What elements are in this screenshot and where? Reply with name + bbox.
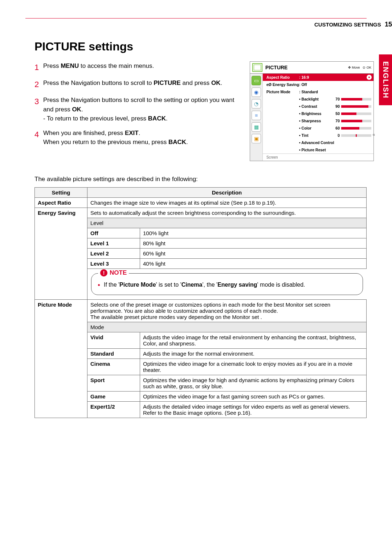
note-label: ! NOTE	[98, 269, 129, 276]
slider-bar	[341, 120, 371, 122]
step-2: 2 Press the Navigation buttons to scroll…	[34, 78, 242, 90]
step-text: When you are finished, press EXIT. When …	[43, 128, 242, 147]
osd-title: PICTURE	[265, 65, 348, 70]
tab-network-icon[interactable]: ▦	[252, 122, 261, 132]
osd-row-backlight[interactable]: • Backlight 70	[263, 95, 373, 103]
move-hint: Move	[348, 66, 360, 69]
th-description: Description	[87, 188, 367, 198]
osd-row-energy-saving[interactable]: eØ Energy Saving : Off	[263, 81, 373, 88]
osd-row-picture-reset[interactable]: • Picture Reset	[263, 146, 373, 153]
osd-row-tint[interactable]: • Tint 0	[263, 132, 373, 139]
osd-menu-list: Aspect Ratio : 16:9 eØ Energy Saving : O…	[263, 74, 373, 161]
step-number: 3	[34, 95, 43, 123]
language-tab: ENGLISH	[379, 54, 392, 105]
ok-hint: OK	[363, 66, 371, 69]
cell-desc: Sets to automatically adjust the screen …	[87, 208, 367, 218]
osd-title-row: PICTURE Move OK	[250, 62, 373, 74]
table-row: Picture Mode Selects one of the preset i…	[35, 300, 367, 322]
osd-hints: Move OK	[348, 66, 371, 69]
section-title: CUSTOMIZING SETTINGS	[314, 21, 381, 28]
cell-setting: Energy Saving	[35, 208, 87, 300]
slider-bar	[341, 98, 371, 101]
step-3: 3 Press the Navigation buttons to scroll…	[34, 95, 242, 123]
table-row: Aspect Ratio Changes the image size to v…	[35, 198, 367, 208]
cell-setting: Picture Mode	[35, 300, 87, 418]
osd-side-tabs: ▭ ◉ ◔ ≡ ▦ ▣	[250, 74, 263, 161]
table-intro: The available picture settings are descr…	[34, 176, 367, 183]
tab-picture-icon[interactable]: ▭	[252, 76, 261, 85]
note-text: If the 'Picture Mode' is set to 'Cinema'…	[104, 282, 357, 288]
th-setting: Setting	[35, 188, 87, 198]
cell-mode-hdr: Mode	[87, 322, 367, 332]
osd-row-aspect-ratio[interactable]: Aspect Ratio : 16:9	[263, 74, 373, 81]
slider-bar	[341, 127, 371, 130]
selected-indicator-icon	[367, 75, 371, 79]
step-4: 4 When you are finished, press EXIT. Whe…	[34, 128, 242, 147]
slider-bar	[341, 112, 371, 115]
settings-table: Setting Description Aspect Ratio Changes…	[34, 187, 367, 418]
slider-bar	[341, 134, 371, 137]
osd-row-contrast[interactable]: • Contrast 90	[263, 103, 373, 110]
note-icon: !	[100, 269, 107, 276]
osd-row-advanced-control[interactable]: • Advanced Control	[263, 139, 373, 146]
step-text: Press MENU to access the main menus.	[43, 61, 242, 73]
cell-setting: Aspect Ratio	[35, 198, 87, 208]
page-header: CUSTOMIZING SETTINGS 15	[0, 19, 392, 28]
step-number: 4	[34, 128, 43, 147]
cell-desc: Selects one of the preset image or custo…	[87, 300, 367, 322]
cell-desc: Changes the image size to view images at…	[87, 198, 367, 208]
tab-option-icon[interactable]: ≡	[252, 111, 261, 120]
tab-time-icon[interactable]: ◔	[252, 99, 261, 108]
step-number: 1	[34, 61, 43, 73]
page-title: PICTURE settings	[34, 40, 367, 53]
table-row: Energy Saving Sets to automatically adju…	[35, 208, 367, 218]
osd-row-picture-mode[interactable]: Picture Mode : Standard	[263, 88, 373, 95]
slider-bar	[341, 105, 371, 108]
language-label: ENGLISH	[381, 61, 390, 99]
cell-level-hdr: Level	[87, 218, 367, 228]
step-text: Press the Navigation buttons to scroll t…	[43, 78, 242, 90]
osd-row-color[interactable]: • Color 60	[263, 124, 373, 132]
step-number: 2	[34, 78, 43, 90]
page-number: 15	[385, 21, 392, 28]
tab-mymedia-icon[interactable]: ▣	[252, 134, 261, 143]
tab-audio-icon[interactable]: ◉	[252, 87, 261, 97]
osd-footer[interactable]: Screen	[263, 153, 373, 161]
osd-panel: PICTURE Move OK ▭ ◉ ◔ ≡ ▦ ▣ Aspect Rat	[250, 61, 374, 161]
picture-icon	[252, 63, 262, 72]
osd-row-brightness[interactable]: • Brightness 50	[263, 110, 373, 117]
osd-row-sharpness[interactable]: • Sharpness 70	[263, 117, 373, 124]
step-text: Press the Navigation buttons to scroll t…	[43, 95, 242, 123]
step-1: 1 Press MENU to access the main menus.	[34, 61, 242, 73]
steps-list: 1 Press MENU to access the main menus. 2…	[34, 61, 242, 152]
note-box: ! NOTE If the 'Picture Mode' is set to '…	[91, 273, 363, 295]
